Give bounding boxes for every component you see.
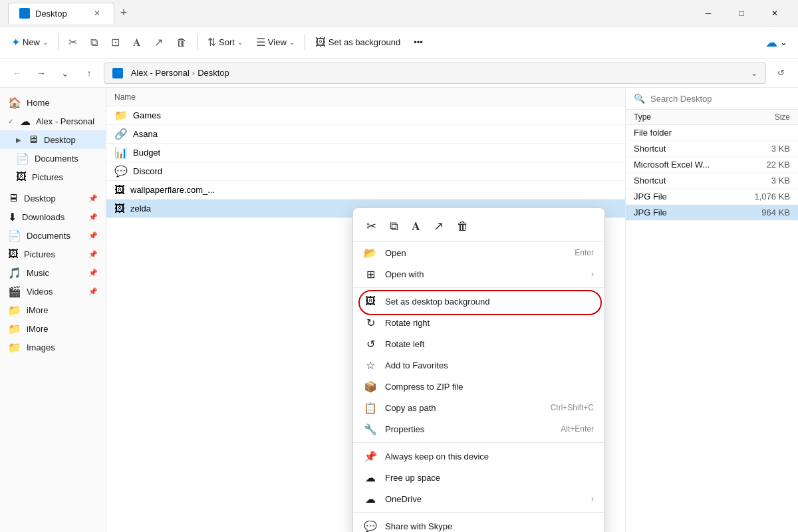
pin-icon-music: 📌 <box>88 269 98 277</box>
ctx-set-bg[interactable]: 🖼 Set as desktop background <box>353 291 604 312</box>
sidebar-item-documents-pin[interactable]: 📄 Documents 📌 <box>0 226 106 245</box>
ctx-props-label: Properties <box>385 424 553 434</box>
ctx-copy-path[interactable]: 📋 Copy as path Ctrl+Shift+C <box>353 397 604 418</box>
file-name-wallpaper: wallpaperflare.com_... <box>130 185 617 195</box>
pin-icon-pic: 📌 <box>88 250 98 259</box>
sidebar-item-videos[interactable]: 🎬 Videos 📌 <box>0 282 106 301</box>
jpg-icon-wallpaper: 🖼 <box>114 184 125 196</box>
view-label: View <box>268 37 287 47</box>
sidebar-item-documents[interactable]: 📄 Documents <box>0 149 106 168</box>
ctx-rotate-right[interactable]: ↻ Rotate right <box>353 312 604 333</box>
delete-button[interactable]: 🗑 <box>170 33 193 52</box>
ctx-add-fav[interactable]: ☆ Add to Favorites <box>353 354 604 376</box>
pin-icon: 📌 <box>88 194 98 203</box>
tab-area: Desktop ✕ + <box>8 3 693 24</box>
file-row-budget[interactable]: 📊 Budget <box>106 144 625 162</box>
details-row-4[interactable]: JPG File 1,076 KB <box>626 189 798 205</box>
paste-button[interactable]: ⊡ <box>105 33 126 52</box>
file-pane: Name 📁 Games 🔗 Asana 📊 Budget 💬 Discord … <box>106 88 625 532</box>
file-name-asana: Asana <box>133 129 617 139</box>
sidebar-item-music[interactable]: 🎵 Music 📌 <box>0 263 106 282</box>
details-row-2[interactable]: Microsoft Excel W... 22 KB <box>626 157 798 173</box>
share-button[interactable]: ↗ <box>148 33 169 52</box>
forward-button[interactable]: → <box>32 64 51 82</box>
more-button[interactable]: ••• <box>408 34 429 51</box>
details-row-0[interactable]: File folder <box>626 125 798 141</box>
sidebar-label-images: Images <box>27 342 98 352</box>
rename-button[interactable]: 𝐀 <box>127 33 147 52</box>
back-button[interactable]: ← <box>8 64 27 82</box>
ctx-onedrive[interactable]: ☁ OneDrive › <box>353 488 604 509</box>
ctx-od-icon: ☁ <box>364 492 377 505</box>
sidebar-item-desktop-pin[interactable]: 🖥 Desktop 📌 <box>0 189 106 207</box>
sidebar-item-alex[interactable]: ✓ ☁ Alex - Personal <box>0 112 106 130</box>
ctx-rotright-icon: ↻ <box>364 316 377 329</box>
ctx-properties[interactable]: 🔧 Properties Alt+Enter <box>353 418 604 440</box>
active-tab[interactable]: Desktop ✕ <box>8 3 114 24</box>
copy-button[interactable]: ⧉ <box>84 33 104 52</box>
sidebar-item-imore1[interactable]: 📁 iMore <box>0 301 106 319</box>
type-4: JPG File <box>634 192 737 201</box>
parent-button[interactable]: ↑ <box>80 64 98 82</box>
new-button[interactable]: ✦ New ⌄ <box>5 33 54 52</box>
toolbar: ✦ New ⌄ ✂ ⧉ ⊡ 𝐀 ↗ 🗑 ⇅ Sort ⌄ ☰ View ⌄ 🖼 … <box>0 27 798 59</box>
view-button[interactable]: ☰ View ⌄ <box>250 33 301 52</box>
ctx-rotate-left[interactable]: ↺ Rotate left <box>353 333 604 354</box>
bg-label: Set as background <box>329 37 400 47</box>
ctx-compress[interactable]: 📦 Compress to ZIP file <box>353 376 604 397</box>
ctx-cut-icon[interactable]: ✂ <box>364 216 379 236</box>
refresh-button[interactable]: ↺ <box>771 64 790 82</box>
sidebar-item-imore2[interactable]: 📁 iMore <box>0 319 106 338</box>
set-bg-button[interactable]: 🖼 Set as background <box>309 33 406 52</box>
file-row-asana[interactable]: 🔗 Asana <box>106 125 625 144</box>
sidebar-item-pictures-pin[interactable]: 🖼 Pictures 📌 <box>0 245 106 263</box>
details-row-1[interactable]: Shortcut 3 KB <box>626 141 798 157</box>
new-tab-button[interactable]: + <box>114 4 133 23</box>
file-row-discord[interactable]: 💬 Discord <box>106 162 625 181</box>
file-row-wallpaper[interactable]: 🖼 wallpaperflare.com_... <box>106 181 625 200</box>
ctx-open-icon: 📂 <box>364 246 377 259</box>
onedrive-button[interactable]: ☁ ⌄ <box>760 33 793 53</box>
new-icon: ✦ <box>11 36 20 49</box>
ctx-open-with[interactable]: ⊞ Open with › <box>353 263 604 285</box>
ctx-skype[interactable]: 💬 Share with Skype <box>353 515 604 532</box>
up-button[interactable]: ⌄ <box>56 64 74 82</box>
tab-close-button[interactable]: ✕ <box>91 7 103 19</box>
ctx-delete-icon[interactable]: 🗑 <box>454 217 471 236</box>
ctx-copy-icon[interactable]: ⧉ <box>387 217 401 236</box>
maximize-button[interactable]: □ <box>726 3 757 24</box>
details-row-3[interactable]: Shortcut 3 KB <box>626 173 798 189</box>
col-header-size: Size <box>737 112 790 122</box>
sidebar-item-desktop[interactable]: ▶ 🖥 Desktop <box>0 130 106 149</box>
paste-icon: ⊡ <box>111 36 120 49</box>
close-button[interactable]: ✕ <box>759 3 790 24</box>
ctx-always-keep[interactable]: 📌 Always keep on this device <box>353 446 604 467</box>
minimize-button[interactable]: ─ <box>693 3 724 24</box>
new-chevron: ⌄ <box>43 39 48 46</box>
ctx-od-arrow: › <box>591 494 594 503</box>
copy-icon: ⧉ <box>90 37 98 49</box>
sidebar-item-downloads[interactable]: ⬇ Downloads 📌 <box>0 207 106 226</box>
address-path[interactable]: Alex - Personal › Desktop ⌄ <box>104 63 766 84</box>
ctx-openwith-label: Open with <box>385 269 583 279</box>
sort-button[interactable]: ⇅ Sort ⌄ <box>201 33 249 52</box>
ctx-skype-label: Share with Skype <box>385 521 594 531</box>
col-header-name: Name <box>114 92 617 102</box>
ctx-rename-icon[interactable]: 𝐀 <box>409 217 423 236</box>
ctx-rotright-label: Rotate right <box>385 318 594 328</box>
sidebar-item-pictures[interactable]: 🖼 Pictures <box>0 168 106 186</box>
sidebar-item-images[interactable]: 📁 Images <box>0 338 106 356</box>
file-row-games[interactable]: 📁 Games <box>106 106 625 125</box>
sidebar-label-downloads: Downloads <box>22 212 83 222</box>
cut-button[interactable]: ✂ <box>63 33 83 52</box>
ctx-free-up[interactable]: ☁ Free up space <box>353 467 604 488</box>
size-0 <box>737 128 790 138</box>
sidebar-item-home[interactable]: 🏠 Home <box>0 93 106 112</box>
ctx-share-icon[interactable]: ↗ <box>431 216 446 236</box>
file-list-header: Name <box>106 88 625 106</box>
ctx-open[interactable]: 📂 Open Enter <box>353 242 604 263</box>
details-header: Type Size <box>626 110 798 125</box>
ctx-freeup-label: Free up space <box>385 473 594 483</box>
search-input[interactable] <box>650 94 790 104</box>
details-row-5[interactable]: JPG File 964 KB <box>626 205 798 221</box>
